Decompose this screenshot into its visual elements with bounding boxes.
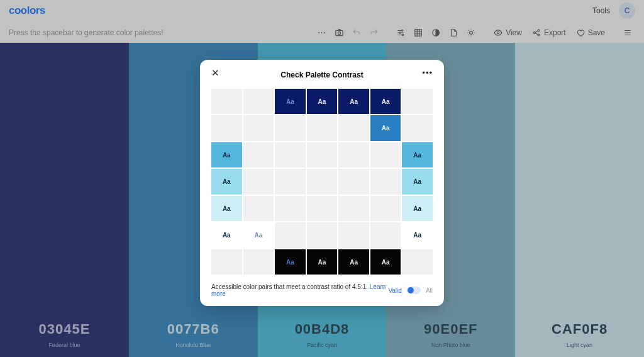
contrast-cell[interactable]: Aa <box>370 249 401 275</box>
contrast-cell <box>307 142 338 167</box>
contrast-cell <box>370 222 401 247</box>
contrast-modal: ✕ Check Palette Contrast ••• AaAaAaAaAaA… <box>200 60 444 306</box>
contrast-cell <box>307 115 338 140</box>
contrast-cell <box>211 115 242 140</box>
contrast-cell <box>243 115 274 140</box>
contrast-cell <box>275 222 306 247</box>
contrast-cell <box>370 196 401 221</box>
contrast-cell[interactable]: Aa <box>307 249 338 275</box>
contrast-cell[interactable]: Aa <box>402 142 433 167</box>
contrast-cell <box>338 169 369 194</box>
contrast-cell <box>275 196 306 221</box>
contrast-cell <box>307 222 338 247</box>
contrast-cell[interactable]: Aa <box>243 222 274 247</box>
valid-label: Valid <box>388 287 402 294</box>
modal-more-icon[interactable]: ••• <box>422 68 433 77</box>
contrast-cell <box>243 249 274 275</box>
contrast-cell <box>370 142 401 167</box>
contrast-cell[interactable]: Aa <box>402 169 433 194</box>
contrast-cell <box>338 196 369 221</box>
contrast-cell <box>275 169 306 194</box>
contrast-cell[interactable]: Aa <box>402 222 433 247</box>
contrast-cell <box>275 142 306 167</box>
contrast-cell <box>370 169 401 194</box>
contrast-cell[interactable]: Aa <box>402 196 433 221</box>
contrast-cell[interactable]: Aa <box>370 89 401 114</box>
contrast-cell <box>243 89 274 114</box>
contrast-cell[interactable]: Aa <box>275 89 306 114</box>
contrast-cell[interactable]: Aa <box>211 196 242 221</box>
modal-overlay[interactable]: ✕ Check Palette Contrast ••• AaAaAaAaAaA… <box>0 0 644 357</box>
modal-header: ✕ Check Palette Contrast ••• <box>211 69 433 80</box>
contrast-cell[interactable]: Aa <box>211 222 242 247</box>
contrast-cell[interactable]: Aa <box>338 249 369 275</box>
contrast-cell <box>307 196 338 221</box>
contrast-cell <box>243 169 274 194</box>
contrast-cell <box>402 89 433 114</box>
valid-all-toggle[interactable] <box>407 286 421 294</box>
contrast-cell <box>338 222 369 247</box>
close-icon[interactable]: ✕ <box>211 67 219 79</box>
contrast-cell <box>402 249 433 275</box>
contrast-cell <box>275 115 306 140</box>
contrast-cell[interactable]: Aa <box>275 249 306 275</box>
contrast-cell[interactable]: Aa <box>211 142 242 167</box>
contrast-cell[interactable]: Aa <box>370 115 401 140</box>
footer-toggle-group: Valid All <box>388 286 433 294</box>
footer-text: Accessible color pairs that meet a contr… <box>211 283 388 297</box>
contrast-cell <box>243 142 274 167</box>
contrast-grid: AaAaAaAaAaAaAaAaAaAaAaAaAaAaAaAaAaAa <box>211 89 433 275</box>
contrast-cell <box>338 142 369 167</box>
contrast-cell <box>211 249 242 275</box>
contrast-cell <box>211 89 242 114</box>
contrast-cell[interactable]: Aa <box>307 89 338 114</box>
contrast-cell[interactable]: Aa <box>338 89 369 114</box>
contrast-cell[interactable]: Aa <box>211 169 242 194</box>
contrast-cell <box>338 115 369 140</box>
contrast-cell <box>243 196 274 221</box>
contrast-cell <box>307 169 338 194</box>
modal-footer: Accessible color pairs that meet a contr… <box>211 283 433 297</box>
modal-title: Check Palette Contrast <box>280 71 363 79</box>
contrast-cell <box>402 115 433 140</box>
all-label: All <box>426 287 433 294</box>
